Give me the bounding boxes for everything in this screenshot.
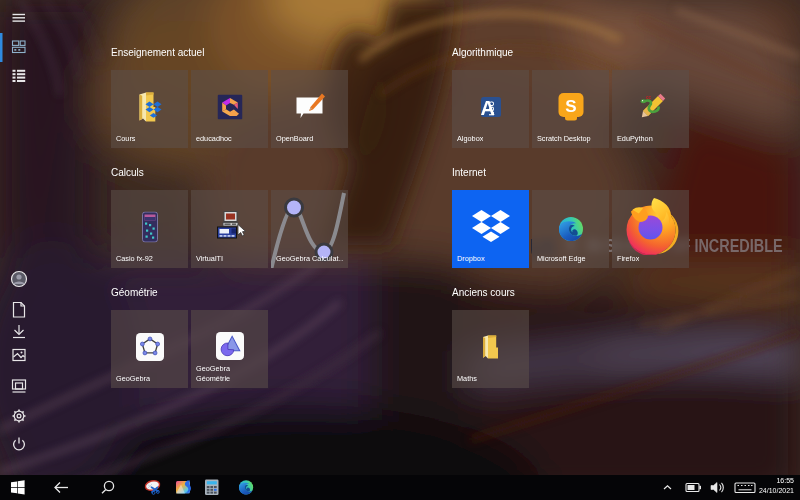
svg-text:cc: cc xyxy=(646,95,652,100)
svg-text:S: S xyxy=(565,97,576,116)
svg-text:LGO: LGO xyxy=(488,101,495,116)
